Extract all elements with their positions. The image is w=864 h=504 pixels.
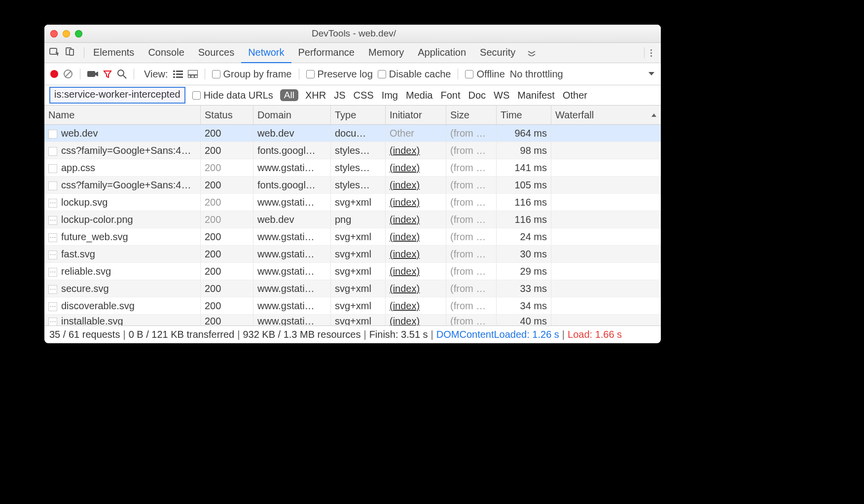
tab-console[interactable]: Console bbox=[141, 42, 191, 63]
filter-type-js[interactable]: JS bbox=[334, 90, 345, 101]
filter-type-ws[interactable]: WS bbox=[494, 90, 509, 101]
cell-name: secure.svg bbox=[44, 280, 201, 297]
table-row[interactable]: future_web.svg200www.gstati…svg+xml(inde… bbox=[44, 228, 661, 246]
cell-status: 200 bbox=[201, 313, 253, 325]
overview-icon[interactable] bbox=[188, 70, 198, 78]
column-time[interactable]: Time bbox=[497, 106, 551, 124]
filter-input[interactable]: is:service-worker-intercepted bbox=[49, 87, 185, 104]
tab-sources[interactable]: Sources bbox=[191, 42, 241, 63]
status-finish: Finish: 3.51 s bbox=[369, 329, 428, 340]
filter-type-img[interactable]: Img bbox=[382, 90, 398, 101]
table-row[interactable]: css?family=Google+Sans:4…200fonts.googl…… bbox=[44, 142, 661, 159]
tab-memory[interactable]: Memory bbox=[361, 42, 411, 63]
svg-rect-9 bbox=[176, 71, 183, 72]
record-icon[interactable] bbox=[50, 70, 58, 78]
device-toolbar-icon[interactable] bbox=[65, 47, 75, 59]
column-initiator[interactable]: Initiator bbox=[386, 106, 446, 124]
filter-type-doc[interactable]: Doc bbox=[468, 90, 486, 101]
table-row[interactable]: web.dev200web.devdocu…Other(from …964 ms bbox=[44, 125, 661, 142]
column-size[interactable]: Size bbox=[446, 106, 497, 124]
file-icon bbox=[48, 181, 57, 190]
cell-type: svg+xml bbox=[331, 280, 386, 297]
search-icon[interactable] bbox=[117, 69, 127, 79]
column-name[interactable]: Name bbox=[44, 106, 201, 124]
file-icon bbox=[48, 318, 57, 325]
cell-type: png bbox=[331, 211, 386, 228]
cell-time: 34 ms bbox=[497, 297, 551, 314]
filter-type-manifest[interactable]: Manifest bbox=[517, 90, 555, 101]
table-row[interactable]: css?family=Google+Sans:4…200fonts.googl…… bbox=[44, 177, 661, 194]
cell-initiator[interactable]: (index) bbox=[386, 263, 446, 280]
tab-network[interactable]: Network bbox=[241, 42, 291, 63]
main-menu-icon[interactable] bbox=[647, 49, 656, 57]
tab-security[interactable]: Security bbox=[473, 42, 522, 63]
cell-domain: web.dev bbox=[253, 211, 331, 228]
preserve-log-checkbox[interactable]: Preserve log bbox=[306, 69, 373, 80]
dropdown-caret-icon[interactable] bbox=[648, 72, 655, 76]
preserve-log-label: Preserve log bbox=[318, 69, 373, 80]
panel-tabs: ElementsConsoleSourcesNetworkPerformance… bbox=[44, 43, 661, 63]
cell-time: 964 ms bbox=[497, 125, 551, 142]
filter-type-xhr[interactable]: XHR bbox=[305, 90, 326, 101]
cell-initiator[interactable]: (index) bbox=[386, 211, 446, 228]
cell-name: app.css bbox=[44, 159, 201, 176]
minimize-icon[interactable] bbox=[63, 30, 70, 37]
screenshot-capture-icon[interactable] bbox=[87, 70, 98, 78]
table-row[interactable]: discoverable.svg200www.gstati…svg+xml(in… bbox=[44, 297, 661, 315]
tab-performance[interactable]: Performance bbox=[291, 42, 362, 63]
cell-initiator[interactable]: (index) bbox=[386, 228, 446, 245]
cell-size: (from … bbox=[446, 159, 497, 176]
cell-initiator[interactable]: (index) bbox=[386, 142, 446, 159]
filter-icon[interactable] bbox=[103, 70, 112, 78]
cell-domain: www.gstati… bbox=[253, 246, 331, 262]
cell-time: 40 ms bbox=[497, 313, 551, 325]
table-row[interactable]: fast.svg200www.gstati…svg+xml(index)(fro… bbox=[44, 246, 661, 263]
clear-icon[interactable] bbox=[63, 69, 73, 79]
tab-application[interactable]: Application bbox=[411, 42, 473, 63]
table-row[interactable]: lockup.svg200www.gstati…svg+xml(index)(f… bbox=[44, 194, 661, 211]
close-icon[interactable] bbox=[50, 30, 58, 37]
cell-type: svg+xml bbox=[331, 263, 386, 280]
sort-asc-icon bbox=[651, 112, 657, 117]
large-rows-icon[interactable] bbox=[173, 70, 183, 78]
table-row[interactable]: lockup-color.png200web.devpng(index)(fro… bbox=[44, 211, 661, 228]
cell-domain: web.dev bbox=[253, 125, 331, 142]
cell-initiator[interactable]: (index) bbox=[386, 297, 446, 314]
cell-name: reliable.svg bbox=[44, 263, 201, 280]
inspect-element-icon[interactable] bbox=[49, 47, 60, 59]
cell-time: 116 ms bbox=[497, 194, 551, 211]
filter-type-font[interactable]: Font bbox=[440, 90, 460, 101]
column-status[interactable]: Status bbox=[201, 106, 253, 124]
cell-size: (from … bbox=[446, 246, 497, 262]
group-by-frame-checkbox[interactable]: Group by frame bbox=[212, 69, 292, 80]
file-icon bbox=[48, 233, 57, 242]
tab-elements[interactable]: Elements bbox=[86, 42, 141, 63]
cell-initiator[interactable]: (index) bbox=[386, 177, 446, 193]
cell-initiator[interactable]: (index) bbox=[386, 159, 446, 176]
offline-checkbox[interactable]: Offline bbox=[465, 69, 504, 80]
filter-type-all[interactable]: All bbox=[280, 89, 298, 101]
network-toolbar: View: Group by frame Preserve log Disabl… bbox=[44, 63, 661, 85]
column-domain[interactable]: Domain bbox=[253, 106, 331, 124]
cell-initiator[interactable]: (index) bbox=[386, 313, 446, 325]
filter-type-other[interactable]: Other bbox=[563, 90, 587, 101]
cell-initiator[interactable]: (index) bbox=[386, 280, 446, 297]
cell-initiator[interactable]: (index) bbox=[386, 246, 446, 262]
hide-data-urls-checkbox[interactable]: Hide data URLs bbox=[192, 90, 273, 101]
cell-name: web.dev bbox=[44, 125, 201, 142]
mac-titlebar[interactable]: DevTools - web.dev/ bbox=[44, 25, 661, 43]
table-row[interactable]: reliable.svg200www.gstati…svg+xml(index)… bbox=[44, 263, 661, 280]
throttling-select[interactable]: No throttling bbox=[510, 69, 563, 80]
table-row[interactable]: secure.svg200www.gstati…svg+xml(index)(f… bbox=[44, 280, 661, 297]
table-row[interactable]: app.css200www.gstati…styles…(index)(from… bbox=[44, 159, 661, 177]
column-type[interactable]: Type bbox=[331, 106, 386, 124]
filter-type-css[interactable]: CSS bbox=[354, 90, 374, 101]
svg-rect-12 bbox=[173, 76, 175, 78]
column-waterfall[interactable]: Waterfall bbox=[551, 106, 661, 124]
filter-type-media[interactable]: Media bbox=[406, 90, 432, 101]
zoom-icon[interactable] bbox=[75, 30, 82, 37]
cell-initiator[interactable]: (index) bbox=[386, 194, 446, 211]
more-tabs-icon[interactable] bbox=[522, 47, 541, 59]
disable-cache-checkbox[interactable]: Disable cache bbox=[378, 69, 451, 80]
table-row[interactable]: installable.svg200www.gstati…svg+xml(ind… bbox=[44, 315, 661, 325]
